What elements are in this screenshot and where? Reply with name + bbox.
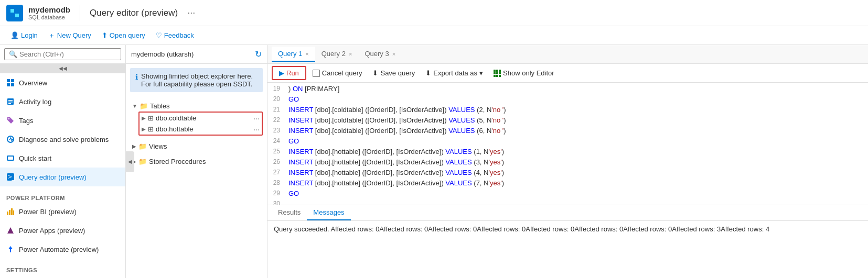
tables-section: ▼ 📁 Tables ▶ ⊞ dbo.coldtable ···: [126, 98, 267, 139]
power-section-title: Power Platform: [0, 191, 125, 202]
keyword-token: VALUES: [448, 127, 475, 135]
line-content: ) ON [PRIMARY]: [288, 85, 864, 93]
code-line: 29GO: [267, 190, 868, 200]
table-item-hottable[interactable]: ▶ ⊞ dbo.hottable ···: [140, 124, 262, 135]
tags-label: Tags: [19, 117, 33, 125]
line-content: INSERT [dbo].[hottable] ([OrderID], [IsO…: [288, 169, 864, 176]
tab-2-label: Query 2: [322, 50, 346, 58]
power-automate-label: Power Automate (preview): [19, 246, 99, 253]
collapse-chevron-icon: ◀: [128, 159, 132, 164]
code-line: 26INSERT [dbo].[hottable] ([OrderID], [I…: [267, 158, 868, 169]
tab-2-close[interactable]: ×: [349, 51, 352, 57]
coldtable-more-button[interactable]: ···: [253, 114, 260, 123]
query-tab-1[interactable]: Query 1 ×: [272, 47, 315, 62]
ident-token: ): [502, 179, 504, 187]
collapse-button[interactable]: ◀◀: [0, 63, 125, 73]
power-bi-label: Power BI (preview): [19, 208, 77, 216]
export-data-button[interactable]: ⬇ Export data as ▾: [421, 67, 487, 79]
table-item-coldtable[interactable]: ▶ ⊞ dbo.coldtable ···: [140, 113, 262, 124]
string-token: 'yes': [489, 158, 502, 166]
open-query-button[interactable]: ⬆ Open query: [98, 29, 149, 41]
line-number: 28: [272, 179, 288, 186]
show-editor-button[interactable]: Show only Editor: [489, 67, 559, 80]
sidebar-item-diagnose[interactable]: Diagnose and solve problems: [0, 130, 125, 149]
svg-rect-6: [7, 83, 10, 86]
ident-token: [dbo].[hottable] ([OrderID], [IsOrderAct…: [313, 169, 445, 176]
login-button[interactable]: 👤 Login: [6, 29, 42, 41]
sidebar-item-query-editor[interactable]: >_ Query editor (preview): [0, 168, 125, 186]
string-token: 'yes': [489, 169, 502, 176]
export-label: Export data as: [433, 69, 477, 77]
save-query-button[interactable]: ⬇ Save query: [368, 67, 419, 79]
grid-show-editor-icon: [494, 69, 501, 77]
svg-rect-4: [7, 79, 10, 82]
messages-tab[interactable]: Messages: [307, 205, 350, 220]
checkbox-cancel-icon: [313, 69, 320, 77]
hottable-more-button[interactable]: ···: [253, 125, 260, 134]
more-button[interactable]: ···: [187, 7, 195, 18]
svg-rect-11: [8, 103, 11, 104]
new-query-button[interactable]: ＋ New Query: [44, 29, 95, 42]
tables-expand[interactable]: ▼ 📁 Tables: [130, 101, 263, 112]
sidebar-item-compute-storage[interactable]: Compute + storage: [0, 274, 125, 278]
stored-procedures-section: ▶ 📁 Stored Procedures: [126, 154, 267, 169]
ident-token: [dbo].[hottable] ([OrderID], [IsOrderAct…: [313, 158, 445, 166]
query-tab-3[interactable]: Query 3 ×: [358, 47, 402, 62]
svg-rect-10: [8, 102, 13, 103]
sidebar-item-tags[interactable]: Tags: [0, 111, 125, 130]
line-content: INSERT [dbo].[coldtable] ([OrderID], [Is…: [288, 116, 864, 124]
tab-3-close[interactable]: ×: [392, 51, 395, 57]
status-text: Query succeeded. Affected rows: 0Affecte…: [274, 225, 769, 233]
sidebar-item-power-apps[interactable]: Power Apps (preview): [0, 221, 125, 240]
folder-icon-sp: 📁: [138, 158, 147, 165]
line-number: 21: [272, 106, 288, 113]
activity-log-label: Activity log: [19, 98, 51, 106]
cancel-query-button[interactable]: Cancel query: [308, 67, 367, 80]
views-expand[interactable]: ▶ 📁 Views: [130, 141, 263, 152]
run-button[interactable]: ▶ Run: [272, 66, 306, 80]
code-line: 19) ON [PRIMARY]: [267, 85, 868, 95]
db-name: mydemodb: [28, 5, 70, 14]
svg-rect-18: [7, 212, 8, 215]
download-save-icon: ⬇: [372, 69, 378, 77]
search-box[interactable]: 🔍: [4, 48, 121, 60]
search-input[interactable]: [19, 50, 116, 58]
bottom-content: Query succeeded. Affected rows: 0Affecte…: [267, 221, 868, 278]
sidebar-item-activity-log[interactable]: Activity log: [0, 92, 125, 111]
svg-marker-22: [7, 227, 14, 233]
ident-token: [dbo].[coldtable] ([OrderID], [IsOrderAc…: [313, 116, 448, 124]
sidebar-item-power-automate[interactable]: Power Automate (preview): [0, 240, 125, 259]
tab-1-close[interactable]: ×: [305, 51, 308, 57]
main-toolbar: 👤 Login ＋ New Query ⬆ Open query ♡ Feedb…: [0, 26, 868, 45]
oe-refresh-button[interactable]: ↻: [255, 49, 262, 59]
oe-info-banner: ℹ Showing limited object explorer here. …: [130, 68, 263, 92]
search-icon: 🔍: [9, 50, 17, 58]
svg-rect-7: [11, 83, 14, 86]
feedback-label: Feedback: [164, 31, 194, 39]
oe-tree: ▼ 📁 Tables ▶ ⊞ dbo.coldtable ···: [126, 96, 267, 171]
code-editor[interactable]: 19) ON [PRIMARY]20GO21INSERT [dbo].[cold…: [267, 83, 868, 205]
feedback-button[interactable]: ♡ Feedback: [152, 29, 198, 41]
views-section: ▶ 📁 Views: [126, 139, 267, 154]
upload-icon: ⬆: [102, 31, 108, 39]
sidebar-item-power-bi[interactable]: Power BI (preview): [0, 202, 125, 221]
oe-collapse-handle[interactable]: ◀: [126, 151, 134, 172]
ident-token: ): [503, 106, 506, 114]
sidebar-item-overview[interactable]: Overview: [0, 73, 125, 92]
download-export-icon: ⬇: [425, 69, 431, 77]
query-editor-label: Query editor (preview): [19, 173, 87, 181]
messages-tab-label: Messages: [313, 208, 344, 216]
sidebar-item-quick-start[interactable]: Quick start: [0, 149, 125, 168]
results-tab[interactable]: Results: [272, 205, 307, 220]
string-token: 'yes': [489, 179, 502, 187]
query-editor-icon: >_: [6, 173, 15, 181]
svg-rect-2: [10, 14, 14, 17]
ident-token: (7, N: [472, 179, 489, 187]
power-apps-icon: [6, 226, 15, 235]
query-tab-2[interactable]: Query 2 ×: [315, 47, 359, 62]
stored-procedures-expand[interactable]: ▶ 📁 Stored Procedures: [130, 156, 263, 167]
login-icon: 👤: [10, 31, 19, 39]
export-chevron-icon: ▾: [479, 69, 483, 77]
tables-chevron-down: ▼: [132, 103, 137, 109]
settings-section-title: Settings: [0, 263, 125, 274]
